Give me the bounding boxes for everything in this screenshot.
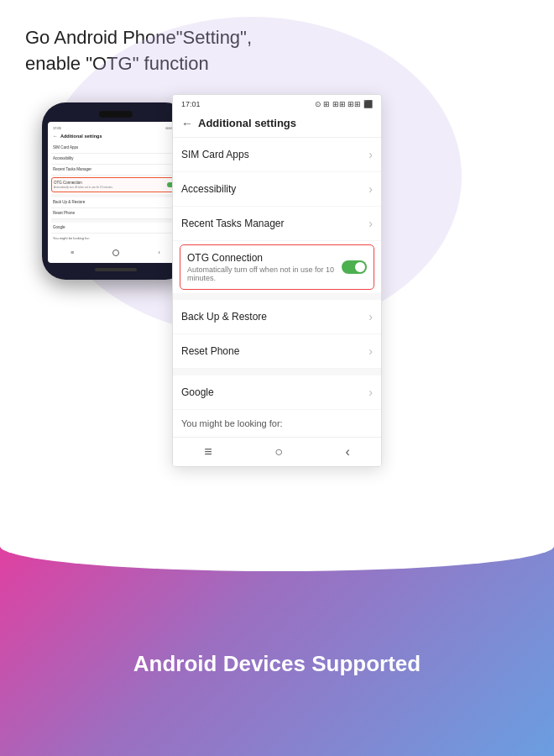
phone-outer: 17:01 ⊙⊙⊙⊙⊙ ← Additional settings SIM Ca… bbox=[42, 102, 189, 280]
screen-menu-reset: Reset Phone › bbox=[173, 334, 381, 369]
screen-bottom-nav: ≡ ○ ‹ bbox=[173, 437, 381, 466]
screen-menu-recent: Recent Tasks Manager › bbox=[173, 207, 381, 241]
bottom-section: Android Devices Supported bbox=[0, 546, 554, 756]
screen-nav-home-icon: ○ bbox=[274, 444, 283, 459]
phone-nav-back: ‹ bbox=[159, 249, 160, 256]
phone-notch bbox=[99, 111, 133, 118]
screen-title: Additional settings bbox=[198, 117, 296, 129]
phone-time: 17:01 bbox=[53, 126, 61, 130]
screen-otg-toggle[interactable] bbox=[342, 260, 367, 274]
screen-menu-otg: OTG Connection Automatically turn off wh… bbox=[180, 244, 374, 290]
screen-back-arrow: ← bbox=[181, 117, 193, 130]
screen-menu-accessibility: Accessibility › bbox=[173, 172, 381, 207]
phone-menu-google: Google › bbox=[51, 223, 180, 234]
bottom-label: Android Devices Supported bbox=[133, 651, 421, 677]
phone-screen-title: Additional settings bbox=[60, 134, 102, 139]
phone-bottom-bar bbox=[95, 268, 137, 271]
screen-mockup: 17:01 ⊙ ⊞ ⊞⊞ ⊞⊞ ⬛ ← Additional settings … bbox=[172, 94, 382, 467]
phone-status-bar: 17:01 ⊙⊙⊙⊙⊙ bbox=[51, 126, 180, 130]
phone-screen: 17:01 ⊙⊙⊙⊙⊙ ← Additional settings SIM Ca… bbox=[48, 122, 183, 263]
screen-menu-google: Google › bbox=[173, 375, 381, 410]
phone-header: ← Additional settings bbox=[51, 134, 180, 139]
phone-mockup: 17:01 ⊙⊙⊙⊙⊙ ← Additional settings SIM Ca… bbox=[42, 102, 189, 280]
phone-bottom-nav: ≡ ‹ bbox=[51, 247, 180, 259]
phone-menu-accessibility: Accessibility › bbox=[51, 154, 180, 165]
screen-divider1 bbox=[173, 293, 381, 300]
phone-and-screen-container: 17:01 ⊙⊙⊙⊙⊙ ← Additional settings SIM Ca… bbox=[25, 94, 529, 467]
phone-menu-otg: OTG Connection Automatically turn off wh… bbox=[51, 177, 180, 192]
screen-menu-sim: SIM Card Apps › bbox=[173, 138, 381, 172]
screen-time: 17:01 bbox=[181, 100, 201, 108]
screen-nav-back-icon: ‹ bbox=[345, 444, 349, 459]
screen-looking-for: You might be looking for: bbox=[173, 410, 381, 437]
phone-nav-menu: ≡ bbox=[71, 249, 74, 256]
phone-back-arrow: ← bbox=[53, 134, 58, 139]
phone-menu-sim: SIM Card Apps › bbox=[51, 143, 180, 154]
phone-menu-reset: Reset Phone › bbox=[51, 208, 180, 219]
screen-status-bar: 17:01 ⊙ ⊞ ⊞⊞ ⊞⊞ ⬛ bbox=[173, 95, 381, 112]
phone-nav-home bbox=[112, 249, 119, 256]
screen-signals: ⊙ ⊞ ⊞⊞ ⊞⊞ ⬛ bbox=[315, 100, 373, 108]
screen-header: ← Additional settings bbox=[173, 112, 381, 138]
phone-looking-for: You might be looking for: bbox=[51, 234, 180, 243]
screen-menu-backup: Back Up & Restore › bbox=[173, 300, 381, 334]
screen-divider2 bbox=[173, 369, 381, 375]
phone-menu-backup: Back Up & Restore › bbox=[51, 197, 180, 208]
phone-menu-recent: Recent Tasks Manager › bbox=[51, 165, 180, 176]
top-section: Go Android Phone"Setting", enable "OTG" … bbox=[0, 0, 554, 546]
screen-nav-menu-icon: ≡ bbox=[204, 444, 212, 459]
